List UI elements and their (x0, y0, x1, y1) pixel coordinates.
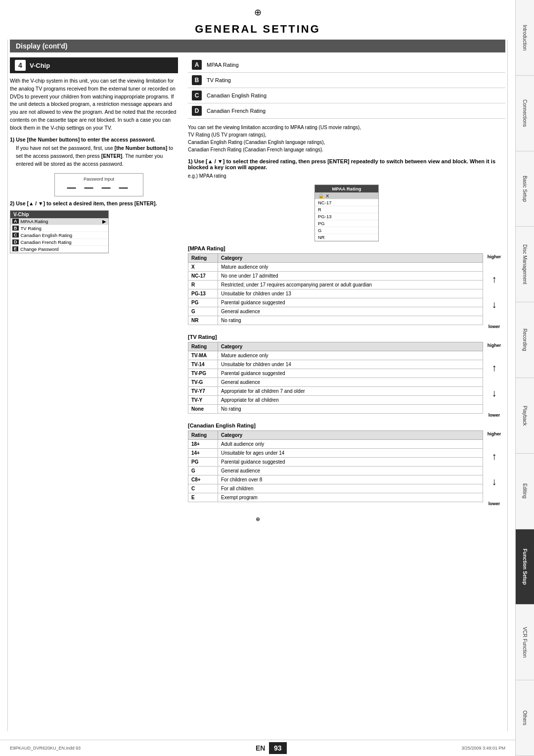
ce-rating-14plus: 14+ (188, 449, 218, 458)
table-row: X Mature audience only (188, 263, 483, 272)
right-border-line (507, 40, 508, 731)
ce-rating-g: G (188, 467, 218, 475)
table-row: PG Parental guidance suggested (188, 298, 483, 307)
tv-cat-tvpg: Parental guidance suggested (218, 369, 483, 378)
mpaa-rating-x: X (188, 263, 218, 272)
tv-arrow-down: ↓ (492, 388, 497, 398)
vchip-item-b[interactable]: B TV Rating (10, 225, 108, 232)
vchip-text-e: Change Password (20, 246, 59, 252)
mpaa-item-x[interactable]: 🔒 X (315, 192, 378, 199)
tv-rating-tvpg: TV-PG (188, 369, 218, 378)
vchip-item-a[interactable]: A MPAA Rating ▶ (10, 218, 108, 225)
tv-rating-tv14: TV-14 (188, 360, 218, 369)
ce-rating-e: E (188, 493, 218, 502)
letter-badge-b: B (192, 75, 202, 85)
ce-rating-18plus: 18+ (188, 440, 218, 449)
mpaa-cat-nr: No rating (218, 316, 483, 325)
tv-rating-tvy7: TV-Y7 (188, 387, 218, 396)
tv-section-title: [TV Rating] (188, 334, 505, 340)
sidebar-tab-basic-setup[interactable]: Basic Setup (516, 151, 534, 227)
sidebar-tab-recording[interactable]: Recording (516, 302, 534, 378)
rating-row-a: A MPAA Rating (188, 57, 505, 73)
step1-heading: 1) Use [the Number buttons] to enter the… (10, 137, 178, 142)
canadian-english-table-container: Rating Category 18+ Adult audience only … (188, 430, 505, 507)
vchip-text-a: MPAA Rating (21, 219, 48, 224)
sidebar-tab-connections[interactable]: Connections (516, 76, 534, 151)
vchip-title: V-Chip (10, 211, 108, 218)
rating-letters: A MPAA Rating B TV Rating C Canadian Eng… (188, 57, 505, 119)
mpaa-lower-label: lower (489, 324, 500, 329)
vchip-item-c[interactable]: C Canadian English Rating (10, 232, 108, 239)
mpaa-example-title: MPAA Rating (315, 185, 378, 192)
mpaa-item-r[interactable]: R (315, 206, 378, 213)
ce-cat-g: General audience (218, 467, 483, 475)
right-sidebar: Introduction Connections Basic Setup Dis… (515, 0, 534, 756)
en-badge: EN 93 (256, 742, 287, 754)
eg-label: e.g.) MPAA rating (188, 172, 505, 180)
sidebar-tab-function-setup[interactable]: Function Setup (516, 529, 534, 605)
password-box: Password Input — — — — (54, 173, 143, 196)
sidebar-tab-introduction[interactable]: Introduction (516, 0, 534, 76)
ce-th-category: Category (218, 431, 483, 440)
mpaa-cat-g: General audience (218, 307, 483, 316)
sidebar-tab-disc-management[interactable]: Disc Management (516, 227, 534, 302)
ce-rating-c: C (188, 484, 218, 493)
sidebar-tab-playback[interactable]: Playback (516, 378, 534, 454)
vchip-text-b: TV Rating (21, 226, 42, 231)
sidebar-tab-vcr-function[interactable]: VCR Function (516, 605, 534, 680)
table-row: E Exempt program (188, 493, 483, 502)
desc-text: You can set the viewing limitation accor… (188, 124, 505, 153)
table-row: NC-17 No one under 17 admitted (188, 272, 483, 281)
rating-text-c: Canadian English Rating (207, 93, 267, 98)
ce-arrow-up: ↑ (492, 451, 497, 461)
letter-badge-d: D (192, 106, 202, 116)
mpaa-text-pg: PG (318, 221, 325, 226)
mpaa-cat-x: Mature audience only (218, 263, 483, 272)
step-title: V-Chip (30, 62, 50, 69)
main-content: ⊕ GENERAL SETTING Display (cont'd) 4 V-C… (0, 0, 515, 532)
canadian-english-table: Rating Category 18+ Adult audience only … (188, 430, 483, 502)
password-input-container: Password Input — — — — (20, 173, 178, 196)
table-row: TV-MA Mature audience only (188, 351, 483, 360)
ce-cat-e: Exempt program (218, 493, 483, 502)
ce-cat-c8plus: For children over 8 (218, 475, 483, 484)
vchip-menu-box: V-Chip A MPAA Rating ▶ B TV Rating C Can… (10, 210, 109, 253)
step4-header: 4 V-Chip (10, 57, 178, 73)
table-row: C For all children (188, 484, 483, 493)
mpaa-table-container: Rating Category X Mature audience only N… (188, 253, 505, 330)
sidebar-tab-editing[interactable]: Editing (516, 454, 534, 529)
left-column: 4 V-Chip With the V-chip system in this … (10, 57, 178, 257)
table-row: R Restricted; under 17 requires accompan… (188, 281, 483, 289)
mpaa-rating-pg: PG (188, 298, 218, 307)
page-title: GENERAL SETTING (10, 23, 505, 36)
page-number: 93 (269, 742, 287, 754)
mpaa-rating-nc17: NC-17 (188, 272, 218, 281)
letter-badge-a: A (192, 60, 202, 70)
rating-text-b: TV Rating (207, 77, 231, 83)
mpaa-item-pg13[interactable]: PG-13 (315, 213, 378, 220)
tv-cat-none: No rating (218, 405, 483, 414)
vchip-label-d: D (12, 239, 19, 244)
step2-heading: 2) Use [▲ / ▼] to select a desired item,… (10, 200, 178, 206)
mpaa-rating-g: G (188, 307, 218, 316)
mpaa-rating-r: R (188, 281, 218, 289)
sidebar-tab-others[interactable]: Others (516, 680, 534, 756)
mpaa-item-nr[interactable]: NR (315, 234, 378, 241)
mpaa-item-nc17[interactable]: NC-17 (315, 199, 378, 206)
right-column: A MPAA Rating B TV Rating C Canadian Eng… (188, 57, 505, 511)
left-border-line (7, 40, 8, 731)
vchip-text-d: Canadian French Rating (21, 239, 72, 245)
vchip-arrow-a: ▶ (102, 219, 106, 224)
letter-badge-c: C (192, 91, 202, 100)
mpaa-arrow-down: ↓ (492, 299, 497, 309)
vchip-item-e[interactable]: E Change Password (10, 246, 108, 253)
tv-th-category: Category (218, 342, 483, 351)
ce-cat-18plus: Adult audience only (218, 440, 483, 449)
mpaa-item-g[interactable]: G (315, 227, 378, 234)
vchip-item-d[interactable]: D Canadian French Rating (10, 239, 108, 246)
tv-arrow-up: ↑ (492, 363, 497, 373)
table-row: C8+ For children over 8 (188, 475, 483, 484)
step-instruction: 1) Use [▲ / ▼] to select the desired rat… (188, 158, 505, 170)
mpaa-item-pg[interactable]: PG (315, 220, 378, 227)
tv-lower-label: lower (489, 413, 500, 418)
